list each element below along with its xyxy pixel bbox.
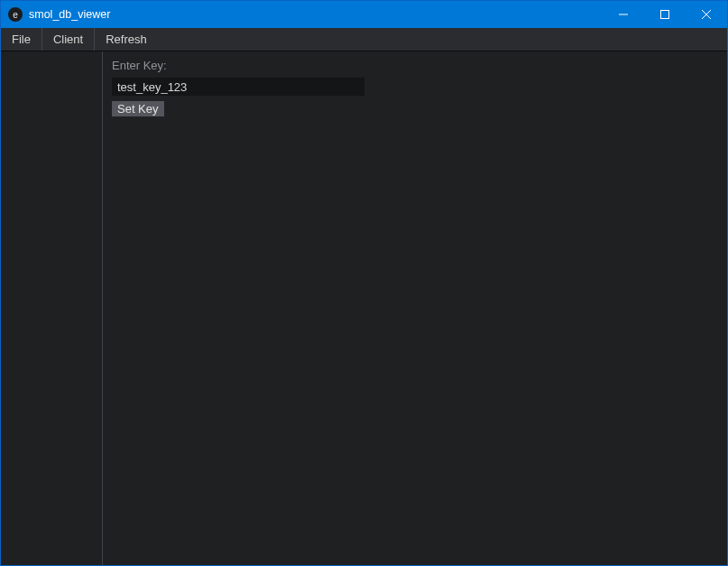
- maximize-button[interactable]: [644, 1, 686, 28]
- sidebar: [1, 51, 103, 565]
- close-button[interactable]: [686, 1, 727, 28]
- main-panel: Enter Key: Set Key: [103, 51, 727, 565]
- menu-client[interactable]: Client: [42, 28, 95, 51]
- key-input[interactable]: [112, 78, 364, 96]
- window-controls: [603, 1, 727, 28]
- window-title: smol_db_viewer: [29, 8, 603, 21]
- menu-file[interactable]: File: [1, 28, 42, 51]
- set-key-button[interactable]: Set Key: [112, 101, 164, 116]
- minimize-button[interactable]: [603, 1, 644, 28]
- content-area: Enter Key: Set Key: [1, 51, 727, 565]
- enter-key-label: Enter Key:: [112, 59, 718, 74]
- app-icon: e: [8, 7, 23, 22]
- menu-refresh[interactable]: Refresh: [95, 28, 158, 51]
- menubar: File Client Refresh: [1, 28, 727, 51]
- svg-rect-1: [661, 11, 669, 19]
- titlebar: e smol_db_viewer: [1, 1, 727, 28]
